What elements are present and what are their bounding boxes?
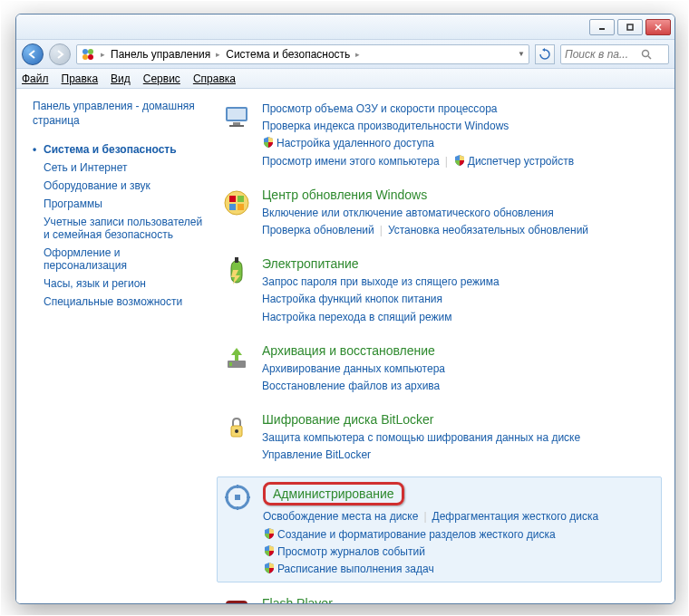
sidebar-item-hardware[interactable]: Оборудование и звук: [33, 177, 204, 195]
svg-point-14: [225, 191, 248, 215]
sidebar-item-accounts[interactable]: Учетные записи пользователей и семейная …: [33, 213, 204, 244]
svg-point-6: [82, 54, 88, 60]
uac-shield-icon: [263, 562, 276, 574]
control-panel-window: ▸ Панель управления ▸ Система и безопасн…: [15, 14, 675, 604]
menu-service[interactable]: Сервис: [143, 72, 180, 85]
menu-view[interactable]: Вид: [111, 72, 131, 85]
refresh-button[interactable]: [535, 44, 555, 64]
svg-rect-13: [229, 125, 244, 127]
sidebar-item-accessibility[interactable]: Специальные возможности: [33, 293, 204, 311]
task-link[interactable]: Проверка индекса производительности Wind…: [262, 120, 509, 132]
svg-rect-1: [627, 24, 633, 30]
section-system-orphan: Просмотр объема ОЗУ и скорости процессор…: [217, 96, 662, 174]
breadcrumb-control-panel[interactable]: Панель управления: [111, 48, 210, 61]
task-link[interactable]: Просмотр имени этого компьютера: [262, 155, 440, 168]
section-power: Электропитание Запрос пароля при выходе …: [217, 252, 662, 330]
svg-rect-18: [238, 204, 244, 210]
windows-update-icon: [222, 188, 251, 217]
svg-point-7: [88, 54, 93, 60]
sidebar: Панель управления - домашняя страница Си…: [16, 89, 211, 603]
task-link[interactable]: Настройка удаленного доступа: [277, 137, 434, 149]
task-link[interactable]: Управление BitLocker: [262, 448, 371, 461]
task-link[interactable]: Создание и форматирование разделов жестк…: [277, 528, 556, 541]
svg-rect-17: [229, 204, 236, 210]
svg-point-8: [643, 50, 649, 56]
sidebar-item-system-security[interactable]: Система и безопасность: [33, 140, 204, 159]
update-links: Включение или отключение автоматического…: [262, 205, 658, 239]
menu-bar: Файл Правка Вид Сервис Справка: [16, 69, 674, 89]
bitlocker-icon: [222, 413, 251, 442]
task-link[interactable]: Освобождение места на диске: [263, 510, 418, 523]
heading-administration[interactable]: Администрирование: [263, 482, 404, 505]
heading-windows-update[interactable]: Центр обновления Windows: [262, 188, 427, 202]
admin-tools-icon: [223, 483, 252, 512]
power-links: Запрос пароля при выходе из спящего режи…: [262, 274, 658, 326]
menu-file[interactable]: Файл: [22, 72, 49, 85]
minimize-button[interactable]: [589, 19, 615, 35]
svg-rect-12: [233, 122, 240, 125]
task-link[interactable]: Просмотр объема ОЗУ и скорости процессор…: [262, 102, 498, 115]
backup-links: Архивирование данных компьютераВосстанов…: [262, 361, 658, 395]
nav-back-button[interactable]: [22, 43, 44, 65]
sidebar-item-programs[interactable]: Программы: [33, 195, 204, 213]
svg-rect-21: [229, 362, 232, 366]
admin-links: Освобождение места на диске|Дефрагментац…: [263, 508, 657, 578]
menu-help[interactable]: Справка: [193, 72, 236, 85]
computer-icon: [222, 101, 251, 130]
sidebar-item-network[interactable]: Сеть и Интернет: [33, 159, 204, 177]
heading-power[interactable]: Электропитание: [262, 256, 359, 271]
heading-backup[interactable]: Архивация и восстановление: [262, 343, 435, 358]
control-panel-icon: [81, 47, 95, 62]
maximize-button[interactable]: [617, 19, 643, 35]
uac-shield-icon: [263, 527, 276, 540]
svg-rect-26: [226, 601, 247, 603]
task-link[interactable]: Включение или отключение автоматического…: [262, 207, 554, 219]
task-link[interactable]: Расписание выполнения задач: [277, 563, 434, 575]
task-link[interactable]: Восстановление файлов из архива: [262, 380, 440, 392]
search-input[interactable]: [565, 48, 637, 61]
svg-rect-15: [229, 196, 236, 202]
sidebar-item-clock[interactable]: Часы, язык и регион: [33, 274, 204, 293]
heading-bitlocker[interactable]: Шифрование диска BitLocker: [262, 412, 434, 427]
section-flash-player: Flash Player: [217, 592, 662, 603]
heading-flash[interactable]: Flash Player: [262, 596, 333, 603]
orphan-links: Просмотр объема ОЗУ и скорости процессор…: [262, 101, 658, 170]
task-link[interactable]: Настройка функций кнопок питания: [262, 293, 442, 305]
task-link[interactable]: Диспетчер устройств: [468, 155, 574, 168]
svg-point-5: [88, 49, 93, 54]
svg-point-4: [82, 49, 88, 54]
sidebar-item-appearance[interactable]: Оформление и персонализация: [33, 244, 204, 274]
task-link[interactable]: Проверка обновлений: [262, 224, 374, 236]
breadcrumb-system-security[interactable]: Система и безопасность: [226, 48, 350, 61]
search-box[interactable]: [560, 44, 669, 64]
flash-icon: [222, 597, 251, 603]
task-link[interactable]: Запрос пароля при выходе из спящего режи…: [262, 275, 500, 288]
task-link[interactable]: Установка необязательных обновлений: [388, 224, 588, 236]
nav-forward-button[interactable]: [49, 43, 71, 65]
uac-shield-icon: [453, 154, 466, 167]
svg-rect-11: [228, 109, 246, 120]
svg-rect-16: [238, 196, 244, 202]
section-backup: Архивация и восстановление Архивирование…: [217, 339, 662, 399]
close-button[interactable]: [645, 19, 671, 35]
title-bar: [16, 14, 674, 40]
address-dropdown[interactable]: ▼: [518, 50, 525, 58]
svg-line-9: [648, 56, 651, 59]
bitlocker-links: Защита компьютера с помощью шифрования д…: [262, 429, 658, 464]
task-link[interactable]: Просмотр журналов событий: [277, 545, 425, 558]
task-link[interactable]: Настройка перехода в спящий режим: [262, 311, 451, 323]
address-row: ▸ Панель управления ▸ Система и безопасн…: [16, 40, 674, 69]
backup-icon: [222, 344, 251, 373]
menu-edit[interactable]: Правка: [62, 72, 99, 85]
content-area: Просмотр объема ОЗУ и скорости процессор…: [211, 89, 674, 603]
svg-rect-25: [235, 495, 240, 500]
power-icon: [222, 257, 251, 286]
task-link[interactable]: Защита компьютера с помощью шифрования д…: [262, 431, 580, 444]
address-bar[interactable]: ▸ Панель управления ▸ Система и безопасн…: [76, 44, 529, 64]
uac-shield-icon: [262, 136, 275, 149]
task-link[interactable]: Архивирование данных компьютера: [262, 362, 445, 375]
section-bitlocker: Шифрование диска BitLocker Защита компью…: [217, 408, 662, 467]
sidebar-home-link[interactable]: Панель управления - домашняя страница: [33, 100, 204, 128]
task-link[interactable]: Дефрагментация жесткого диска: [432, 510, 599, 523]
uac-shield-icon: [263, 544, 276, 557]
